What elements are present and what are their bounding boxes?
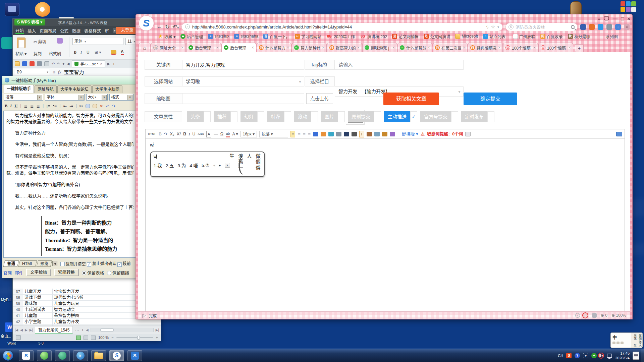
tab-close-icon[interactable]: ×: [181, 45, 183, 50]
clock[interactable]: 17:45 2020/6/4: [615, 351, 630, 360]
notes-icon[interactable]: [633, 352, 639, 360]
editor-toolbar-icon[interactable]: ≡: [298, 131, 300, 137]
prop-toggle[interactable]: 定时发布: [461, 111, 494, 122]
address-bar[interactable]: ✓ ϟ ☆ ▾: [181, 23, 503, 31]
flash-play-icon[interactable]: ϟ: [486, 24, 489, 29]
editor-toolbar-icon[interactable]: [352, 132, 357, 136]
wps-font-select[interactable]: 宋体: [72, 38, 123, 45]
hscroll-right-icon[interactable]: ▶|: [156, 328, 159, 332]
last-sheet-icon[interactable]: ▶|: [30, 328, 33, 332]
editor-toolbar-icon[interactable]: 16px ▾: [240, 131, 257, 137]
kernel-icon[interactable]: |▷: [142, 313, 146, 318]
search-input[interactable]: [516, 24, 569, 29]
colorful-grid-icon[interactable]: [621, 1, 636, 12]
horizontal-scrollbar[interactable]: [91, 328, 154, 332]
wps-cut-button[interactable]: ✂ 剪切: [34, 39, 46, 44]
ime-candidate[interactable]: 5.⑤: [202, 163, 209, 168]
wps-menu-data[interactable]: 数据: [72, 27, 80, 34]
tab-close-icon[interactable]: ×: [252, 45, 254, 50]
myeditor-tab[interactable]: 一键排版助手: [4, 85, 34, 93]
bookmark-item[interactable]: ϟ 站点列表_: [483, 34, 508, 39]
wps-underline-button[interactable]: U: [87, 50, 90, 55]
bookmark-item[interactable]: 广州辰软: [513, 34, 535, 39]
prop-checkbox[interactable]: ✓: [410, 111, 417, 122]
menu-icon[interactable]: ≡: [597, 16, 600, 21]
prop-toggle[interactable]: 头条: [187, 111, 211, 122]
refresh-icon[interactable]: ↻: [165, 23, 170, 31]
desktop-label-word[interactable]: Word: [7, 341, 16, 345]
bookmark-item[interactable]: 范 范文网销售: [392, 34, 419, 39]
checkbox-icon[interactable]: [60, 262, 65, 266]
cell-a[interactable]: 儿童题: [23, 313, 53, 319]
pagebreak-view-icon[interactable]: [84, 336, 88, 340]
editor-toolbar-icon[interactable]: ≡: [290, 131, 295, 137]
editor-toolbar-icon[interactable]: A ▾: [232, 131, 238, 137]
upload-button[interactable]: 点击上传: [306, 93, 333, 104]
align-left-icon[interactable]: ≣: [24, 104, 28, 109]
desktop-label-file[interactable]: 3-8: [38, 341, 44, 345]
search-box[interactable]: S: [505, 23, 578, 31]
shield-icon[interactable]: [580, 24, 586, 30]
tab-scroll-right-icon[interactable]: ▶: [107, 62, 110, 66]
preview-icon[interactable]: [44, 61, 49, 66]
editor-toolbar-icon[interactable]: U: [192, 131, 195, 137]
align-right-icon[interactable]: ≣: [36, 104, 40, 109]
wps-menu-review[interactable]: 审: [105, 27, 109, 34]
table-row[interactable]: 42 小学生题 儿童智力开发: [13, 319, 161, 325]
tab-close-icon[interactable]: ×: [569, 45, 571, 50]
myeditor-tab[interactable]: 大学生电脑网: [92, 85, 122, 93]
bookmark-item[interactable]: ✂ 学习啦网站: [295, 34, 321, 39]
myeditor-titlebar[interactable]: 一键排版助手(MyEditor): [2, 76, 138, 84]
bookmark-item[interactable]: 范 范文网演讲: [424, 34, 450, 39]
official-site-link[interactable]: 官网: [3, 269, 12, 276]
prop-checkbox[interactable]: [451, 111, 458, 122]
cell-a[interactable]: 韦氏测试表: [23, 307, 53, 313]
tab-scroll-left-icon[interactable]: ◀: [67, 62, 69, 66]
editor-toolbar-icon[interactable]: [313, 132, 318, 136]
language-indicator[interactable]: CH: [558, 354, 563, 358]
radio-keep-table[interactable]: 保留表格: [82, 269, 104, 276]
show-desktop-button[interactable]: [641, 349, 644, 362]
font-color-button[interactable]: A: [121, 49, 124, 55]
cell-a[interactable]: 趣味题: [23, 301, 53, 307]
new-tab-button[interactable]: +: [575, 44, 584, 52]
taskbar-app-sogou-browser[interactable]: S: [109, 350, 124, 361]
size-select[interactable]: 大小: [86, 94, 108, 101]
new-doc-icon[interactable]: +: [112, 61, 115, 66]
prop-toggle[interactable]: 滚动: [294, 111, 318, 122]
editor-toolbar-icon[interactable]: —: [214, 131, 218, 137]
bookmark-item[interactable]: s site:(liux: [208, 34, 229, 39]
start-button[interactable]: [3, 350, 13, 361]
close-icon[interactable]: ×: [627, 16, 630, 21]
editor-toolbar-icon[interactable]: X²: [177, 131, 181, 137]
outdent-icon[interactable]: ⇤: [63, 104, 66, 109]
redo-icon[interactable]: ↶: [112, 104, 115, 109]
desktop-app-icon[interactable]: [5, 3, 19, 16]
editor-toolbar-icon[interactable]: 敏感词提醒：0个词: [427, 131, 463, 137]
editor-toolbar-icon[interactable]: [465, 132, 471, 136]
wps-menu-formula[interactable]: 公式: [60, 27, 68, 34]
chat-icon[interactable]: [598, 24, 603, 30]
radio-keep-link[interactable]: 保留链接: [107, 269, 129, 276]
editor-toolbar-icon[interactable]: T: [359, 131, 364, 137]
tab-close-icon[interactable]: ×: [357, 45, 360, 50]
bullet-list-icon[interactable]: •≡: [53, 104, 57, 108]
speaker-muted-icon[interactable]: [584, 314, 588, 317]
record-icon[interactable]: [16, 335, 21, 340]
editor-toolbar-icon[interactable]: ↷: [164, 131, 167, 137]
zoom-slider[interactable]: [116, 337, 153, 338]
undo-icon[interactable]: ↶: [106, 104, 109, 109]
convert-button[interactable]: 繁简转换: [54, 269, 79, 276]
undo-icon[interactable]: ↶: [52, 62, 55, 66]
clear-icon[interactable]: ✕: [100, 104, 103, 109]
fill-color-icon[interactable]: [111, 50, 116, 55]
paste-icon[interactable]: [17, 38, 25, 48]
tab-close-icon[interactable]: ×: [216, 45, 219, 50]
prop-checkbox[interactable]: [374, 111, 381, 122]
underline-icon[interactable]: U: [14, 104, 17, 109]
paragraph-select[interactable]: 段落: [4, 94, 43, 101]
view-tab-html[interactable]: HTML: [18, 260, 37, 267]
editor-toolbar-icon[interactable]: A: [206, 131, 211, 137]
format-select[interactable]: 格式: [109, 94, 133, 101]
bookmark-item[interactable]: 后台管理: [180, 34, 203, 39]
